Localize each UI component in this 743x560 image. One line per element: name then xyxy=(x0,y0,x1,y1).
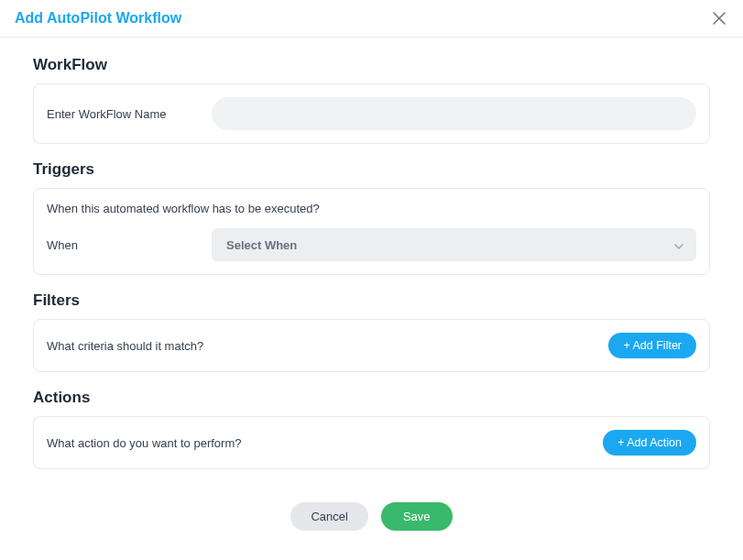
add-autopilot-workflow-modal: Add AutoPilot Workflow WorkFlow Enter Wo… xyxy=(0,0,743,560)
triggers-section-title: Triggers xyxy=(33,160,710,179)
workflow-section-title: WorkFlow xyxy=(33,56,710,74)
triggers-prompt: When this automated workflow has to be e… xyxy=(47,202,696,215)
filters-section: Filters What criteria should it match? +… xyxy=(33,291,710,372)
cancel-button[interactable]: Cancel xyxy=(290,502,367,531)
actions-prompt: What action do you want to perform? xyxy=(47,436,241,450)
footer-actions: Cancel Save xyxy=(33,486,710,553)
actions-section: Actions What action do you want to perfo… xyxy=(33,389,710,469)
modal-title: Add AutoPilot Workflow xyxy=(15,10,181,27)
when-select[interactable]: Select When xyxy=(212,228,696,261)
workflow-section: WorkFlow Enter WorkFlow Name xyxy=(33,56,710,144)
add-filter-button[interactable]: + Add Filter xyxy=(608,333,696,358)
when-label: When xyxy=(47,238,202,252)
workflow-name-label: Enter WorkFlow Name xyxy=(47,107,202,121)
workflow-name-input[interactable] xyxy=(212,97,696,130)
when-row: When Select When xyxy=(47,228,696,261)
modal-header: Add AutoPilot Workflow xyxy=(0,0,743,38)
close-icon[interactable] xyxy=(710,9,728,27)
save-button[interactable]: Save xyxy=(381,502,453,531)
add-action-button[interactable]: + Add Action xyxy=(603,430,696,456)
chevron-down-icon xyxy=(674,236,683,253)
when-select-placeholder: Select When xyxy=(226,238,297,252)
workflow-panel: Enter WorkFlow Name xyxy=(33,83,710,144)
modal-body: WorkFlow Enter WorkFlow Name Triggers Wh… xyxy=(0,38,743,560)
actions-section-title: Actions xyxy=(33,389,710,407)
filters-panel: What criteria should it match? + Add Fil… xyxy=(33,319,710,372)
filters-prompt: What criteria should it match? xyxy=(47,339,203,353)
triggers-panel: When this automated workflow has to be e… xyxy=(33,188,710,275)
triggers-section: Triggers When this automated workflow ha… xyxy=(33,160,710,275)
filters-section-title: Filters xyxy=(33,291,710,310)
actions-panel: What action do you want to perform? + Ad… xyxy=(33,416,710,469)
